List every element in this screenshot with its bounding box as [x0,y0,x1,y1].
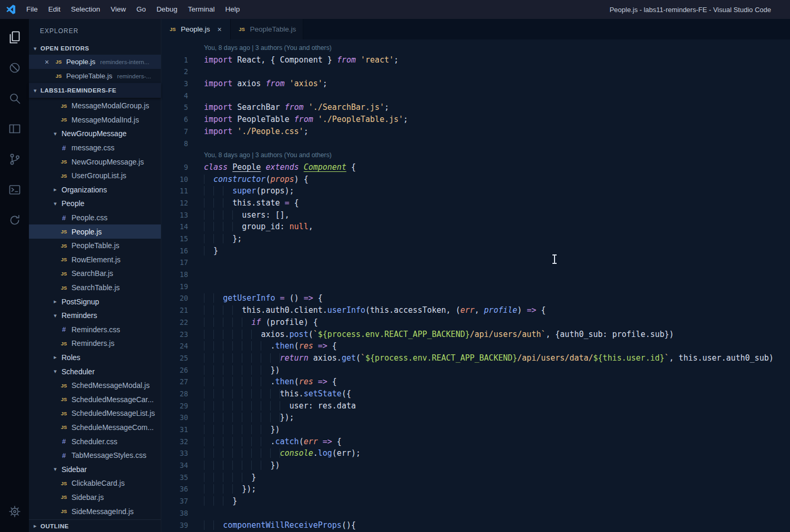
tree-item[interactable]: #TabMessageStyles.css [29,448,161,463]
tree-item[interactable]: JSSchedMessageModal.js [29,378,161,393]
menu-selection[interactable]: Selection [66,0,106,19]
close-icon[interactable]: × [43,58,51,66]
code-line[interactable]: 32 .catch(err => { [161,436,790,448]
code-line[interactable]: 38 [161,507,790,519]
tree-folder[interactable]: ▸PostSignup [29,294,161,309]
code-line[interactable]: 34 }) [161,459,790,472]
activity-sync[interactable] [0,206,29,237]
code-line[interactable]: 36 }); [161,483,790,495]
token: import [204,127,232,136]
tree-folder[interactable]: ▾Reminders [29,309,161,323]
tree-item[interactable]: JSMessageModalGroup.js [29,99,161,113]
code-line[interactable]: 8 [161,138,790,150]
code-line[interactable]: 39 componentWillReceiveProps(){ [161,519,790,531]
activity-circle-slash[interactable] [0,54,29,84]
code-line[interactable]: 25 return axios.get(`${process.env.REACT… [161,352,790,364]
code-line[interactable]: 9class People extends Component { [161,161,790,173]
code-line[interactable]: 16 } [161,245,790,257]
open-editor-item[interactable]: JSPeopleTable.jsreminders-... [29,69,161,83]
activity-terminal[interactable] [0,176,29,206]
tree-item[interactable]: JSRowElement.js [29,253,161,267]
code-line[interactable]: 22 if (profile) { [161,316,790,329]
menu-view[interactable]: View [106,0,131,19]
code-line[interactable]: 2 [161,66,790,78]
tree-item[interactable]: JSSearchBar.js [29,267,161,281]
tree-item[interactable]: JSMessageModalInd.js [29,113,161,127]
menu-help[interactable]: Help [220,0,245,19]
activity-search[interactable] [0,84,29,115]
activity-source-control[interactable] [0,145,29,176]
code-line[interactable]: 7import './People.css'; [161,126,790,138]
tab-people-js[interactable]: JSPeople.js× [161,19,231,39]
code-line[interactable]: 23 axios.post(`${process.env.REACT_APP_B… [161,329,790,341]
code-line[interactable]: 14 group_id: null, [161,221,790,233]
code-line[interactable]: 33 console.log(err); [161,447,790,459]
menu-file[interactable]: File [21,0,43,19]
code-line[interactable]: 11 super(props); [161,185,790,197]
menu-debug[interactable]: Debug [151,0,183,19]
code-line[interactable]: 26 }) [161,364,790,376]
open-editor-item[interactable]: ×JSPeople.jsreminders-intern... [29,55,161,69]
code-line[interactable]: 27 .then(res => { [161,376,790,388]
code-line[interactable]: 15 }; [161,233,790,245]
code-line[interactable]: 28 this.setState({ [161,388,790,400]
code-line[interactable]: 6import PeopleTable from './PeopleTable.… [161,114,790,126]
tree-item[interactable]: #message.css [29,141,161,155]
code-line[interactable]: 19 [161,281,790,293]
code-line[interactable]: 18 [161,269,790,281]
tree-item[interactable]: #People.css [29,211,161,225]
code-line[interactable]: 21 this.auth0.client.userInfo(this.acces… [161,304,790,316]
tree-item[interactable]: JSSidebar.js [29,490,161,505]
code-line[interactable]: 5import SearchBar from './SearchBar.js'; [161,101,790,114]
tree-item[interactable]: JSNewGroupMessage.js [29,155,161,169]
tree-item[interactable]: JSSearchTable.js [29,281,161,295]
tree-item[interactable]: JSUserGroupList.js [29,169,161,183]
code-line[interactable]: 30 }); [161,412,790,424]
tree-folder[interactable]: ▸Roles [29,351,161,365]
tree-item[interactable]: JSReminders.js [29,336,161,351]
tree-folder[interactable]: ▸Organizations [29,183,161,197]
code-line[interactable]: 35 } [161,472,790,484]
open-editors-header[interactable]: ▾ OPEN EDITORS [29,42,161,55]
activity-editor-layout[interactable] [0,115,29,145]
tree-item[interactable]: JSScheduleMessageCom... [29,421,161,435]
code-line[interactable]: 17 [161,257,790,269]
codelens[interactable]: You, 8 days ago | 3 authors (You and oth… [161,149,790,161]
codelens[interactable]: You, 8 days ago | 3 authors (You and oth… [161,42,790,54]
tree-folder[interactable]: ▾Scheduler [29,364,161,378]
code-line[interactable]: 31 }) [161,424,790,436]
tree-item[interactable]: JSScheduledMessageCar... [29,392,161,406]
code-line[interactable]: 1import React, { Component } from 'react… [161,54,790,66]
menu-terminal[interactable]: Terminal [182,0,220,19]
tree-folder[interactable]: ▾People [29,197,161,211]
code-line[interactable]: 24 .then(res => { [161,340,790,352]
tab-peopletable-js[interactable]: JSPeopleTable.js [231,19,304,39]
code-line[interactable]: 4 [161,90,790,102]
code-line[interactable]: 10 constructor(props) { [161,173,790,186]
tree-item[interactable]: JSPeople.js [29,224,161,239]
outline-header[interactable]: ▸ OUTLINE [29,519,161,532]
workspace-header[interactable]: ▾ LABS11-REMINDERS-FE [29,83,161,98]
tree-item[interactable]: JSScheduledMessageList.js [29,406,161,421]
code-line[interactable]: 3import axios from 'axios'; [161,78,790,90]
code-line[interactable]: 20 getUserInfo = () => { [161,292,790,304]
code-line[interactable]: 29 user: res.data [161,400,790,412]
tree-item[interactable]: JSClickableCard.js [29,476,161,490]
code-line[interactable]: 13 users: [], [161,209,790,221]
code-line[interactable]: 12 this.state = { [161,197,790,209]
tree-folder[interactable]: ▾NewGroupMessage [29,127,161,141]
line-number: 25 [161,352,188,364]
tree-item[interactable]: #Reminders.css [29,323,161,337]
tree-folder[interactable]: ▾Sidebar [29,462,161,476]
activity-files[interactable] [0,23,29,54]
tree-item[interactable]: #Scheduler.css [29,434,161,448]
activity-gear[interactable] [0,497,29,528]
indent-guides [204,448,280,458]
menu-go[interactable]: Go [131,0,151,19]
token: ( [356,353,361,363]
tree-item[interactable]: JSPeopleTable.js [29,239,161,253]
close-icon[interactable]: × [216,25,223,34]
code-line[interactable]: 37 } [161,495,790,507]
tree-item[interactable]: JSSideMessageInd.js [29,504,161,518]
menu-edit[interactable]: Edit [43,0,66,19]
